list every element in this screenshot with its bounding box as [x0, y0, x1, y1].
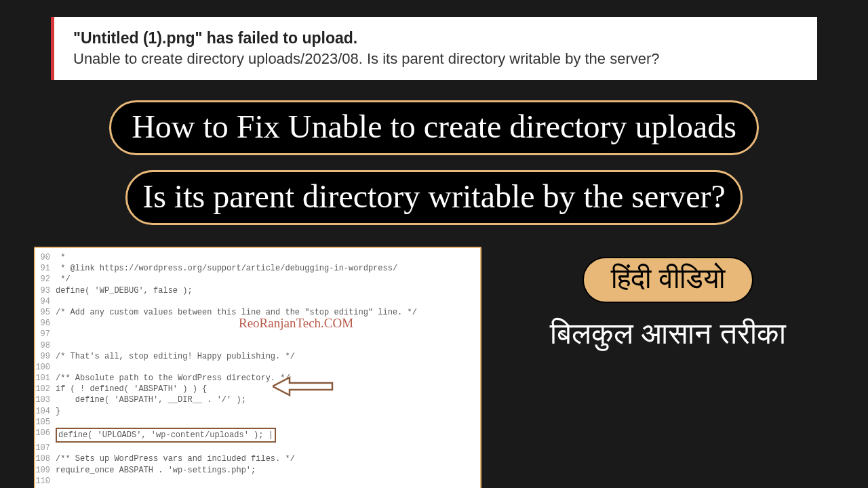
line-number: 106 [35, 428, 56, 443]
line-number: 99 [35, 351, 56, 362]
code-text: /** Absolute path to the WordPress direc… [56, 373, 476, 384]
code-text: * [56, 252, 476, 263]
main-heading-text: How to Fix Unable to create directory up… [132, 108, 736, 144]
code-line: 103 define( 'ABSPATH', __DIR__ . '/' ); [35, 394, 476, 405]
code-text [56, 340, 476, 351]
code-text: /* That's all, stop editing! Happy publi… [56, 351, 476, 362]
code-line: 90 * [35, 252, 476, 263]
line-number: 100 [35, 362, 56, 373]
bottom-section: ReoRanjanTech.COM 90 *91 * @link https:/… [34, 247, 834, 488]
code-text: /** Sets up WordPress vars and included … [56, 453, 476, 464]
line-number: 95 [35, 307, 56, 318]
code-text: } [56, 406, 476, 417]
code-line: 109require_once ABSPATH . 'wp-settings.p… [35, 465, 476, 476]
line-number: 102 [35, 384, 56, 394]
line-number: 110 [35, 476, 56, 487]
line-number: 98 [35, 340, 56, 351]
line-number: 107 [35, 443, 56, 453]
code-text [56, 476, 476, 487]
code-line: 100 [35, 362, 476, 373]
line-number: 96 [35, 318, 56, 329]
code-text: define( 'WP_DEBUG', false ); [56, 285, 476, 296]
line-number: 105 [35, 417, 56, 428]
hindi-video-pill: हिंदी वीडियो [583, 257, 753, 303]
code-screenshot: ReoRanjanTech.COM 90 *91 * @link https:/… [34, 247, 481, 488]
line-number: 91 [35, 263, 56, 274]
highlighted-define-line: define( 'UPLOADS', 'wp-content/uploads' … [56, 428, 276, 443]
code-line: 102if ( ! defined( 'ABSPATH' ) ) { [35, 384, 476, 394]
svg-marker-0 [273, 378, 332, 395]
line-number: 94 [35, 296, 56, 307]
sub-heading-pill: Is its parent directory writable by the … [125, 170, 743, 225]
code-line: 94 [35, 296, 476, 307]
code-line: 93define( 'WP_DEBUG', false ); [35, 285, 476, 296]
code-line: 92 */ [35, 274, 476, 285]
code-line: 99/* That's all, stop editing! Happy pub… [35, 351, 476, 362]
line-number: 104 [35, 406, 56, 417]
error-title: "Untitled (1).png" has failed to upload. [73, 29, 798, 47]
line-number: 108 [35, 453, 56, 464]
line-number: 109 [35, 465, 56, 476]
code-line: 98 [35, 340, 476, 351]
code-text: require_once ABSPATH . 'wp-settings.php'… [56, 465, 476, 476]
sub-heading-text: Is its parent directory writable by the … [142, 178, 726, 214]
code-text: if ( ! defined( 'ABSPATH' ) ) { [56, 384, 476, 394]
upload-error-panel: "Untitled (1).png" has failed to upload.… [51, 17, 817, 80]
code-text [56, 362, 476, 373]
hindi-pill-text: हिंदी वीडियो [611, 262, 725, 294]
line-number: 92 [35, 274, 56, 285]
line-number: 101 [35, 373, 56, 384]
code-line: 101/** Absolute path to the WordPress di… [35, 373, 476, 384]
line-number: 93 [35, 285, 56, 296]
pointer-arrow-icon [273, 376, 334, 400]
error-subtitle: Unable to create directory uploads/2023/… [73, 50, 798, 68]
main-heading-pill: How to Fix Unable to create directory up… [109, 100, 759, 155]
code-text [56, 296, 476, 307]
code-text: * @link https://wordpress.org/support/ar… [56, 263, 476, 274]
code-text [56, 417, 476, 428]
code-line: 110 [35, 476, 476, 487]
hindi-subtitle: बिलकुल आसान तरीका [550, 317, 785, 351]
code-text [56, 443, 476, 453]
code-text: */ [56, 274, 476, 285]
code-line: 108/** Sets up WordPress vars and includ… [35, 453, 476, 464]
line-number: 90 [35, 252, 56, 263]
code-line: 107 [35, 443, 476, 453]
code-text: define( 'UPLOADS', 'wp-content/uploads' … [56, 428, 476, 443]
line-number: 103 [35, 394, 56, 405]
code-line: 104} [35, 406, 476, 417]
code-line: 105 [35, 417, 476, 428]
right-column: हिंदी वीडियो बिलकुल आसान तरीका [502, 247, 834, 351]
code-line: 106define( 'UPLOADS', 'wp-content/upload… [35, 428, 476, 443]
code-text: define( 'ABSPATH', __DIR__ . '/' ); [56, 394, 476, 405]
code-line: 91 * @link https://wordpress.org/support… [35, 263, 476, 274]
watermark-text: ReoRanjanTech.COM [239, 314, 353, 332]
line-number: 97 [35, 329, 56, 340]
